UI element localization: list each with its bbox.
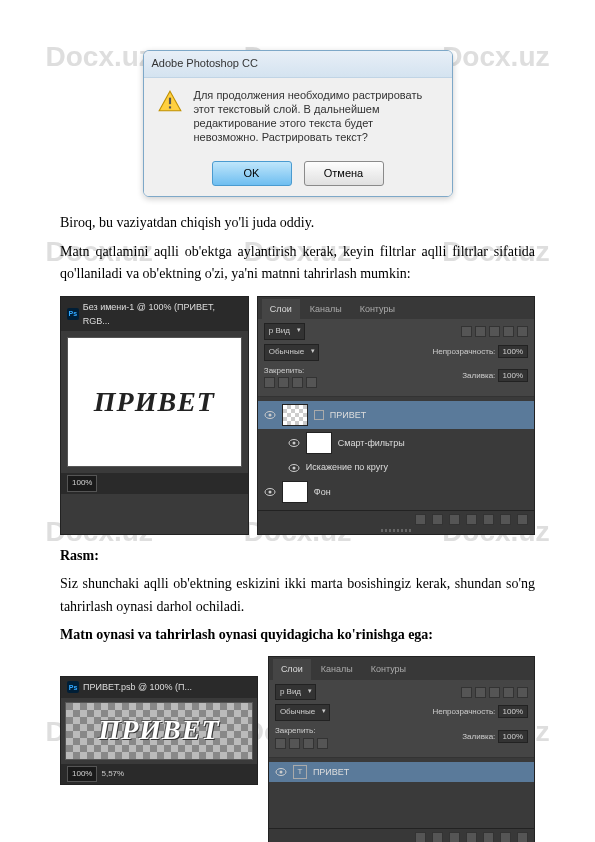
document-titlebar: Ps Без имени-1 @ 100% (ПРИВЕТ, RGB... — [61, 297, 248, 332]
opacity-value[interactable]: 100% — [498, 705, 528, 718]
document-window: Ps ПРИВЕТ.psb @ 100% (П... ПРИВЕТ 100% 5… — [60, 676, 258, 785]
opacity-label: Непрозрачность: — [432, 347, 495, 356]
size-value: 5,57% — [101, 768, 124, 781]
visibility-icon[interactable] — [288, 463, 300, 473]
blend-mode-dropdown[interactable]: Обычные — [264, 344, 319, 361]
lock-label: Закрепить: — [264, 366, 305, 375]
layer-name[interactable]: ПРИВЕТ — [330, 408, 366, 422]
lock-icons[interactable] — [264, 377, 317, 388]
dialog-message: Для продолжения необходимо растрировать … — [194, 88, 440, 145]
adjustment-icon[interactable] — [466, 832, 477, 842]
layer-row[interactable]: ПРИВЕТ — [258, 401, 534, 429]
resize-grip[interactable] — [258, 528, 534, 534]
adjustment-icon[interactable] — [466, 514, 477, 525]
new-layer-icon[interactable] — [500, 514, 511, 525]
panel-footer — [258, 510, 534, 528]
panel-footer — [269, 828, 534, 842]
zoom-value[interactable]: 100% — [67, 475, 97, 492]
svg-point-5 — [292, 442, 295, 445]
screenshot-row: Ps ПРИВЕТ.psb @ 100% (П... ПРИВЕТ 100% 5… — [60, 656, 535, 842]
caption-label: Rasm: — [60, 545, 535, 567]
dialog-title: Adobe Photoshop CC — [144, 51, 452, 78]
document-titlebar: Ps ПРИВЕТ.psb @ 100% (П... — [61, 677, 257, 697]
tab-channels[interactable]: Каналы — [313, 659, 361, 679]
photoshop-icon: Ps — [67, 308, 79, 320]
folder-icon[interactable] — [483, 514, 494, 525]
layer-row[interactable]: Искажение по кругу — [258, 457, 534, 477]
document-status-bar: 100% 5,57% — [61, 764, 257, 785]
visibility-icon[interactable] — [275, 767, 287, 777]
photoshop-dialog: Adobe Photoshop CC Для продолжения необх… — [143, 50, 453, 197]
layer-thumbnail[interactable] — [282, 481, 308, 503]
opacity-label: Непрозрачность: — [432, 707, 495, 716]
layer-row[interactable]: Фон — [258, 478, 534, 506]
heading: Matn oynasi va tahrirlash oynasi quyidag… — [60, 624, 535, 646]
svg-point-11 — [279, 771, 282, 774]
opacity-value[interactable]: 100% — [498, 345, 528, 358]
svg-point-7 — [292, 466, 295, 469]
trash-icon[interactable] — [517, 832, 528, 842]
tab-contours[interactable]: Контуры — [352, 299, 403, 319]
ok-button[interactable]: OK — [212, 161, 292, 187]
lock-icons[interactable] — [275, 738, 328, 749]
lock-label: Закрепить: — [275, 726, 316, 735]
paragraph: Biroq, bu vaziyatdan chiqish yo'li juda … — [60, 212, 535, 234]
document-title: ПРИВЕТ.psb @ 100% (П... — [83, 680, 192, 694]
document-canvas: ПРИВЕТ — [65, 702, 253, 760]
filter-kind-dropdown[interactable]: р Вид — [264, 323, 305, 340]
link-icon[interactable] — [415, 832, 426, 842]
layer-name[interactable]: Смарт-фильтры — [338, 436, 405, 450]
new-layer-icon[interactable] — [500, 832, 511, 842]
filter-kind-dropdown[interactable]: р Вид — [275, 684, 316, 701]
svg-point-3 — [268, 414, 271, 417]
layer-row[interactable]: Смарт-фильтры — [258, 429, 534, 457]
tab-contours[interactable]: Контуры — [363, 659, 414, 679]
cancel-button[interactable]: Отмена — [304, 161, 384, 187]
filter-icons[interactable] — [461, 326, 528, 337]
document-window: Ps Без имени-1 @ 100% (ПРИВЕТ, RGB... ПР… — [60, 296, 249, 535]
canvas-text: ПРИВЕТ — [94, 380, 215, 425]
screenshot-row: Ps Без имени-1 @ 100% (ПРИВЕТ, RGB... ПР… — [60, 296, 535, 535]
svg-rect-0 — [168, 97, 170, 104]
layers-panel: Слои Каналы Контуры р Вид Обычные Непроз… — [257, 296, 535, 535]
fill-label: Заливка: — [462, 371, 495, 380]
fill-value[interactable]: 100% — [498, 730, 528, 743]
layers-panel: Слои Каналы Контуры р Вид Обычные Непроз… — [268, 656, 535, 842]
layer-name[interactable]: ПРИВЕТ — [313, 765, 349, 779]
smart-object-badge — [314, 410, 324, 420]
document-status-bar: 100% — [61, 473, 248, 494]
visibility-icon[interactable] — [264, 410, 276, 420]
fx-icon[interactable] — [432, 514, 443, 525]
tab-layers[interactable]: Слои — [273, 659, 311, 679]
svg-point-9 — [268, 490, 271, 493]
document-title: Без имени-1 @ 100% (ПРИВЕТ, RGB... — [83, 300, 242, 329]
tab-channels[interactable]: Каналы — [302, 299, 350, 319]
folder-icon[interactable] — [483, 832, 494, 842]
visibility-icon[interactable] — [264, 487, 276, 497]
canvas-text: ПРИВЕТ — [98, 708, 219, 753]
filter-icons[interactable] — [461, 687, 528, 698]
layer-row[interactable]: T ПРИВЕТ — [269, 762, 534, 782]
layer-name[interactable]: Фон — [314, 485, 331, 499]
paragraph: Matn qatlamini aqlli ob'ektga aylantiris… — [60, 241, 535, 286]
svg-rect-1 — [168, 106, 170, 108]
fx-icon[interactable] — [432, 832, 443, 842]
zoom-value[interactable]: 100% — [67, 766, 97, 783]
layer-name[interactable]: Искажение по кругу — [306, 460, 388, 474]
visibility-icon[interactable] — [288, 438, 300, 448]
tab-layers[interactable]: Слои — [262, 299, 300, 319]
blend-mode-dropdown[interactable]: Обычные — [275, 704, 330, 721]
link-icon[interactable] — [415, 514, 426, 525]
mask-icon[interactable] — [449, 832, 460, 842]
warning-icon — [156, 88, 184, 116]
fill-value[interactable]: 100% — [498, 369, 528, 382]
layer-thumbnail[interactable] — [282, 404, 308, 426]
panel-tabs: Слои Каналы Контуры — [258, 297, 534, 319]
layer-thumbnail[interactable] — [306, 432, 332, 454]
paragraph: Siz shunchaki aqlli ob'ektning eskizini … — [60, 573, 535, 618]
photoshop-icon: Ps — [67, 681, 79, 693]
fill-label: Заливка: — [462, 732, 495, 741]
mask-icon[interactable] — [449, 514, 460, 525]
document-canvas: ПРИВЕТ — [67, 337, 242, 467]
trash-icon[interactable] — [517, 514, 528, 525]
